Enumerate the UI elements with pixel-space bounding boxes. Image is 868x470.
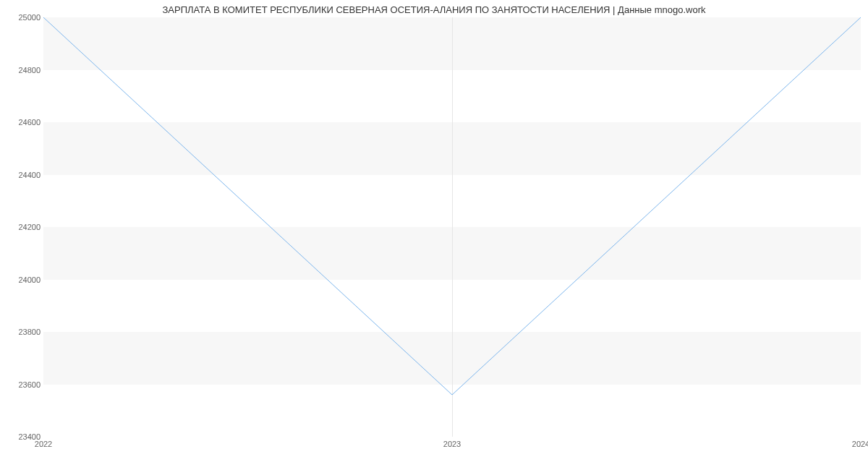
y-tick-label: 23600 xyxy=(4,380,41,389)
y-tick-label: 24200 xyxy=(4,223,41,231)
x-tick-label: 2023 xyxy=(443,440,461,448)
y-tick-label: 24400 xyxy=(4,171,41,179)
y-tick-label: 23800 xyxy=(4,328,41,336)
plot-area xyxy=(43,17,861,437)
salary-series xyxy=(43,17,861,395)
chart-title: ЗАРПЛАТА В КОМИТЕТ РЕСПУБЛИКИ СЕВЕРНАЯ О… xyxy=(0,4,868,15)
y-tick-label: 25000 xyxy=(4,13,41,22)
x-tick-label: 2022 xyxy=(35,440,52,448)
y-tick-label: 24800 xyxy=(4,66,41,74)
x-tick-label: 2024 xyxy=(852,440,868,448)
y-tick-label: 24600 xyxy=(4,118,41,127)
salary-line-chart: ЗАРПЛАТА В КОМИТЕТ РЕСПУБЛИКИ СЕВЕРНАЯ О… xyxy=(0,0,868,470)
y-tick-label: 24000 xyxy=(4,275,41,284)
